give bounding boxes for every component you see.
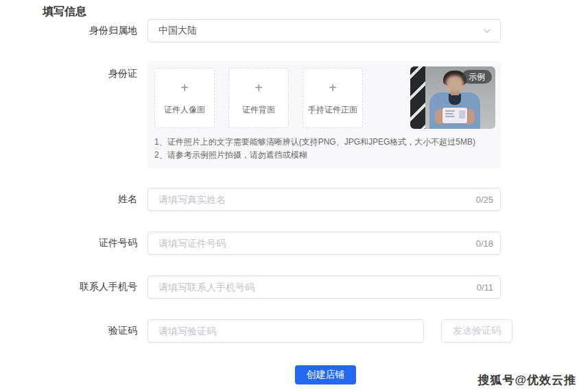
upload-note-line: 1、证件照片上的文字需要能够清晰辨认(支持PNG、JPG和JPEG格式，大小不超… xyxy=(154,136,475,149)
id-number-label: 证件号码 xyxy=(0,237,137,249)
phone-label: 联系人手机号 xyxy=(0,281,137,293)
id-card-graphic xyxy=(442,108,467,123)
example-photo: 示例 xyxy=(410,66,495,129)
name-label: 姓名 xyxy=(0,193,137,206)
id-number-char-counter: 0/18 xyxy=(476,238,493,249)
page-title: 填写信息 xyxy=(43,5,86,19)
idcard-upload-panel: + 证件人像面 + 证件背面 + 手持证件正面 示例 1、证件照片上的文字需要能… xyxy=(147,62,501,168)
chevron-down-icon xyxy=(482,26,492,36)
photo-background-stripes xyxy=(410,66,425,129)
upload-label: 证件背面 xyxy=(242,104,275,116)
id-number-input[interactable] xyxy=(148,232,500,254)
plus-icon: + xyxy=(329,81,337,95)
upload-idcard-holding[interactable]: + 手持证件正面 xyxy=(303,68,363,128)
region-row: 身份归属地 中国大陆 xyxy=(0,19,501,42)
id-number-input-wrap: 0/18 xyxy=(147,232,501,255)
name-char-counter: 0/25 xyxy=(476,195,493,205)
person-face-blurred xyxy=(446,75,464,92)
create-shop-form-page: 填写信息 身份归属地 中国大陆 身份证 + 证件人像面 + 证件背面 + 手持证… xyxy=(0,0,579,392)
region-select[interactable]: 中国大陆 xyxy=(147,19,501,42)
name-row: 姓名 0/25 xyxy=(0,188,501,211)
send-code-button[interactable]: 发送验证码 xyxy=(441,319,512,343)
name-input[interactable] xyxy=(148,188,500,210)
phone-char-counter: 0/11 xyxy=(477,282,493,293)
idcard-label: 身份证 xyxy=(0,68,137,80)
plus-icon: + xyxy=(180,81,189,95)
upload-label: 证件人像面 xyxy=(164,104,205,116)
upload-note-line: 2、请参考示例照片拍摄，请勿遮挡或模糊 xyxy=(154,149,475,162)
upload-idcard-back[interactable]: + 证件背面 xyxy=(228,68,289,128)
captcha-row: 验证码 发送验证码 xyxy=(0,319,512,343)
upload-label: 手持证件正面 xyxy=(308,104,357,116)
phone-input[interactable] xyxy=(148,276,500,298)
watermark-text: 搜狐号@优效云推 xyxy=(477,372,576,388)
captcha-label: 验证码 xyxy=(0,325,137,337)
region-label: 身份归属地 xyxy=(0,25,137,37)
plus-icon: + xyxy=(255,81,263,95)
captcha-input[interactable] xyxy=(148,320,423,342)
captcha-input-wrap xyxy=(147,319,424,343)
phone-input-wrap: 0/11 xyxy=(147,275,501,299)
create-shop-button[interactable]: 创建店铺 xyxy=(295,365,356,384)
upload-idcard-front[interactable]: + 证件人像面 xyxy=(154,68,215,128)
region-select-value: 中国大陆 xyxy=(148,25,197,37)
id-number-row: 证件号码 0/18 xyxy=(0,232,501,255)
person-collar xyxy=(449,94,461,105)
name-input-wrap: 0/25 xyxy=(147,188,501,211)
example-badge: 示例 xyxy=(462,70,492,84)
upload-notes: 1、证件照片上的文字需要能够清晰辨认(支持PNG、JPG和JPEG格式，大小不超… xyxy=(154,136,475,162)
phone-row: 联系人手机号 0/11 xyxy=(0,275,501,299)
